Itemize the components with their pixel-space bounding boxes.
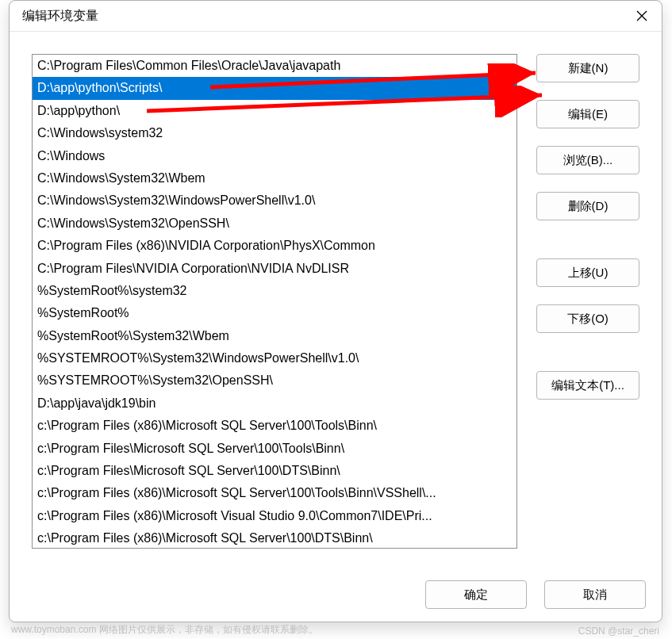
list-item[interactable]: C:\Windows\System32\OpenSSH\ [33, 212, 516, 235]
list-item[interactable]: %SystemRoot% [33, 302, 516, 324]
list-item[interactable]: %SYSTEMROOT%\System32\WindowsPowerShell\… [33, 347, 516, 369]
list-item[interactable]: D:\app\python\Scripts\ [33, 77, 516, 99]
delete-button[interactable]: 删除(D) [536, 192, 639, 220]
watermark-left: www.toymoban.com 网络图片仅供展示，非存储，如有侵权请联系删除。 [11, 623, 318, 637]
list-item[interactable]: c:\Program Files (x86)\Microsoft SQL Ser… [33, 527, 516, 549]
browse-button[interactable]: 浏览(B)... [536, 146, 639, 174]
list-item[interactable]: c:\Program Files\Microsoft SQL Server\10… [33, 460, 516, 482]
list-item[interactable]: C:\Program Files (x86)\NVIDIA Corporatio… [33, 235, 516, 257]
list-item[interactable]: C:\Program Files\Common Files\Oracle\Jav… [33, 55, 516, 77]
list-item[interactable]: c:\Program Files (x86)\Microsoft SQL Ser… [33, 415, 516, 437]
titlebar: 编辑环境变量 [10, 1, 662, 32]
list-item[interactable]: %SYSTEMROOT%\System32\OpenSSH\ [33, 369, 516, 392]
list-item[interactable]: C:\Windows [33, 145, 516, 167]
moveup-button[interactable]: 上移(U) [536, 258, 639, 287]
path-listbox[interactable]: C:\Program Files\Common Files\Oracle\Jav… [32, 54, 517, 549]
cancel-button[interactable]: 取消 [544, 580, 646, 609]
edit-env-var-dialog: 编辑环境变量 C:\Program Files\Common Files\Ora… [9, 0, 662, 622]
close-icon [636, 10, 647, 21]
list-item[interactable]: C:\Windows\System32\Wbem [33, 167, 516, 189]
edittext-button[interactable]: 编辑文本(T)... [536, 371, 639, 400]
list-item[interactable]: c:\Program Files (x86)\Microsoft SQL Ser… [33, 482, 516, 504]
list-item[interactable]: D:\app\python\ [33, 100, 516, 122]
edit-button[interactable]: 编辑(E) [536, 100, 639, 128]
movedown-button[interactable]: 下移(O) [536, 304, 639, 333]
ok-button[interactable]: 确定 [425, 580, 527, 609]
list-item[interactable]: c:\Program Files (x86)\Microsoft Visual … [33, 505, 516, 527]
close-button[interactable] [633, 7, 651, 25]
watermark-right: CSDN @star_cheri [578, 626, 659, 637]
new-button[interactable]: 新建(N) [536, 54, 639, 82]
dialog-title: 编辑环境变量 [22, 8, 98, 25]
list-item[interactable]: C:\Windows\System32\WindowsPowerShell\v1… [33, 189, 516, 212]
list-item[interactable]: C:\Windows\system32 [33, 122, 516, 144]
list-item[interactable]: %SystemRoot%\System32\Wbem [33, 325, 516, 347]
list-item[interactable]: %SystemRoot%\system32 [33, 280, 516, 302]
list-item[interactable]: C:\Program Files\NVIDIA Corporation\NVID… [33, 258, 516, 280]
list-item[interactable]: D:\app\java\jdk19\bin [33, 392, 516, 415]
list-item[interactable]: c:\Program Files\Microsoft SQL Server\10… [33, 438, 516, 460]
